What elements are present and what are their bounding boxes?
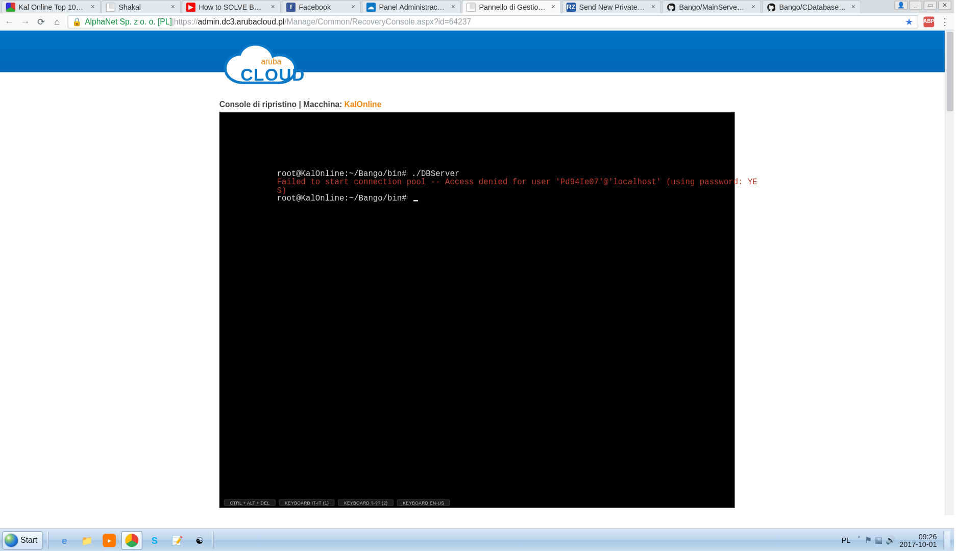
term-prompt: root@KalOnline:~/Bango/bin# [277,194,412,203]
tab-send-pm[interactable]: RZ Send New Private Message × [562,0,662,13]
tab-label: Pannello di Gestione Cloud [479,3,546,11]
quicklaunch: e 📁 ▸ S 📝 ☯ [54,531,210,549]
nav-forward-button[interactable]: → [20,16,31,27]
close-icon[interactable]: × [270,4,276,10]
tab-panel-admin[interactable]: ☁ Panel Administracyjny Clou × [362,0,461,13]
tray-chevron-icon[interactable]: ˄ [857,535,861,544]
tab-label: Facebook [299,3,346,11]
yinyang-icon: ☯ [192,533,207,547]
logo-text-top: aruba [261,57,281,66]
tray-icons[interactable]: ˄ ⚑ ▤ 🔊 [857,535,895,544]
omnibox-host: admin.dc3.arubacloud.pl [198,17,285,26]
tray-time: 09:26 [899,532,937,540]
close-icon[interactable]: × [89,4,96,10]
volume-icon[interactable]: 🔊 [886,535,895,544]
nav-home-button[interactable]: ⌂ [52,16,62,27]
caption-user-icon: 👤 [894,1,908,10]
ie-icon: e [57,533,72,547]
tab-github-cdatabase[interactable]: Bango/CDatabase.cpp at m × [762,0,862,13]
omnibox-scheme: https:// [174,17,198,26]
tray-language[interactable]: PL [839,535,853,544]
kvm-keyboard-it-button[interactable]: KEYBOARD IT-IT (1) [279,499,334,506]
taskbar-mediaplayer-button[interactable]: ▸ [99,531,120,549]
rz-icon: RZ [567,3,576,12]
network-icon[interactable]: ▤ [875,535,882,544]
facebook-icon: f [286,3,296,12]
start-button[interactable]: Start [2,531,43,549]
taskbar-ie-button[interactable]: e [54,531,76,549]
tab-label: How to SOLVE BOOT PRO [199,3,266,11]
close-icon[interactable]: × [169,4,176,10]
tab-label: Bango/MainServer at mas [679,3,746,11]
youtube-icon: ▶ [186,3,195,12]
logo-text-bottom: CLOUD [240,65,305,84]
close-icon[interactable]: × [750,4,756,10]
omnibox-path: /Manage/Common/RecoveryConsole.aspx?id=6… [284,17,471,26]
flag-icon[interactable]: ⚑ [865,535,872,544]
show-desktop-button[interactable] [943,531,950,549]
taskbar-skype-button[interactable]: S [144,531,165,549]
tab-label: Bango/CDatabase.cpp at m [779,3,846,11]
system-tray: PL ˄ ⚑ ▤ 🔊 09:26 2017-10-01 [839,529,954,551]
page-content: aruba CLOUD Console di ripristino | Macc… [219,44,735,508]
taskbar-yinyang-button[interactable]: ☯ [189,531,210,549]
skype-icon: S [148,533,162,547]
lock-icon: 🔒 [72,17,82,26]
tab-kalonline-top100[interactable]: Kal Online Top 100 - Kal O × [2,0,101,13]
github-icon [667,3,676,12]
page-viewport: aruba CLOUD Console di ripristino | Macc… [0,31,954,515]
tab-label: Shakal [118,3,166,11]
chrome-icon [126,534,139,547]
mediaplayer-icon: ▸ [103,534,116,547]
taskbar-notepad-button[interactable]: 📝 [166,531,188,549]
github-icon [767,3,776,12]
tab-facebook[interactable]: f Facebook × [282,0,361,13]
kvm-keyboard-en-button[interactable]: KEYBOARD EN-US [397,499,450,506]
notepad-icon: 📝 [170,533,185,547]
tray-date: 2017-10-01 [899,540,937,548]
close-icon[interactable]: × [450,4,456,10]
close-icon[interactable]: × [350,4,356,10]
kvm-ctrl-alt-del-button[interactable]: CTRL + ALT + DEL [224,499,276,506]
kvm-keyboard-2-button[interactable]: KEYBOARD ?-?? (2) [338,499,394,506]
cursor-icon [413,200,418,202]
caption-minimize-icon[interactable]: _ [909,1,922,10]
bookmark-star-icon[interactable]: ★ [905,16,914,27]
tab-label: Panel Administracyjny Clou [379,3,446,11]
browser-toolbar: ← → ⟳ ⌂ 🔒 AlphaNet Sp. z o. o. [PL] | ht… [0,13,954,31]
aruba-cloud-logo: aruba CLOUD [219,44,339,96]
caption-maximize-icon[interactable]: ▭ [923,1,937,10]
folder-icon: 📁 [80,533,94,547]
address-bar[interactable]: 🔒 AlphaNet Sp. z o. o. [PL] | https:// a… [67,15,918,28]
chrome-menu-button[interactable]: ⋮ [940,16,950,27]
tray-clock[interactable]: 09:26 2017-10-01 [899,532,937,548]
close-icon[interactable]: × [650,4,656,10]
taskbar-separator [47,532,50,549]
start-label: Start [20,535,37,544]
taskbar-chrome-button[interactable] [121,531,143,549]
tab-youtube[interactable]: ▶ How to SOLVE BOOT PRO × [182,0,281,13]
tab-label: Send New Private Message [579,3,646,11]
taskbar-explorer-button[interactable]: 📁 [77,531,98,549]
page-icon [106,3,115,12]
page-scrollbar[interactable] [945,31,954,515]
tab-shakal[interactable]: Shakal × [102,0,181,13]
close-icon[interactable]: × [550,4,556,10]
machine-name: KalOnline [345,100,382,109]
tab-label: Kal Online Top 100 - Kal O [18,3,86,11]
taskbar-separator [212,532,214,549]
kvm-button-bar: CTRL + ALT + DEL KEYBOARD IT-IT (1) KEYB… [220,498,734,507]
caption-close-icon[interactable]: ✕ [938,1,951,10]
nav-back-button[interactable]: ← [4,16,15,27]
tab-github-mainserver[interactable]: Bango/MainServer at mas × [662,0,762,13]
page-icon [467,3,476,12]
close-icon[interactable]: × [850,4,856,10]
tab-pannello-gestione[interactable]: Pannello di Gestione Cloud × [462,0,561,13]
swirl-icon [6,3,15,12]
nav-reload-button[interactable]: ⟳ [36,16,46,27]
breadcrumb: Console di ripristino | Macchina: KalOnl… [219,100,735,109]
recovery-console[interactable]: root@KalOnline:~/Bango/bin# ./DBServer F… [219,112,735,508]
adblock-icon[interactable]: ABP [923,16,934,27]
scroll-thumb[interactable] [947,32,953,111]
ev-badge: AlphaNet Sp. z o. o. [PL] [85,17,172,26]
